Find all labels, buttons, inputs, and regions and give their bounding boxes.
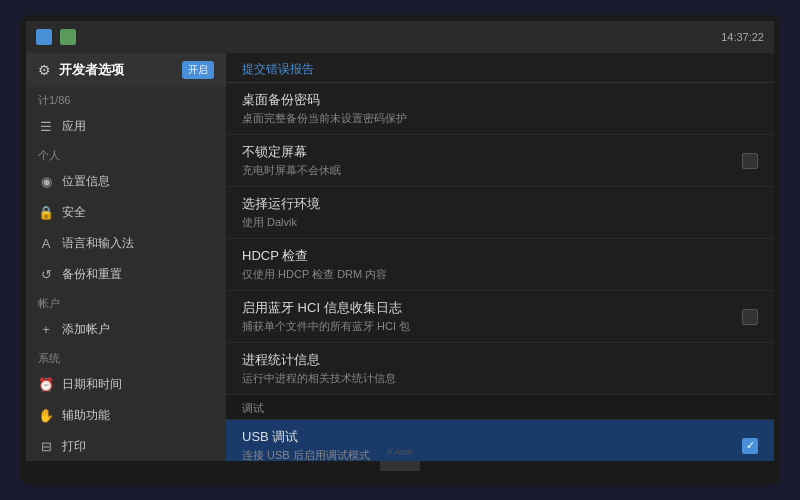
- language-icon: A: [38, 236, 54, 251]
- sidebar-item-accessibility-label: 辅助功能: [62, 407, 110, 424]
- backup-icon: ↺: [38, 267, 54, 282]
- sidebar-header: ⚙ 开发者选项 开启: [26, 53, 226, 87]
- lock-icon: 🔒: [38, 205, 54, 220]
- monitor-stand: [26, 461, 774, 481]
- debug-section-header: 调试: [226, 395, 774, 420]
- settings-item-bluetooth-log[interactable]: 启用蓝牙 HCI 信息收集日志 捕获单个文件中的所有蓝牙 HCI 包: [226, 291, 774, 343]
- apps-icon: ☰: [38, 119, 54, 134]
- usb-debug-subtitle: 连接 USB 后启用调试模式: [242, 448, 734, 461]
- developer-badge: 开启: [182, 61, 214, 79]
- sidebar-item-apps-label: 应用: [62, 118, 86, 135]
- bluetooth-log-subtitle: 捕获单个文件中的所有蓝牙 HCI 包: [242, 319, 734, 334]
- sidebar-item-print-label: 打印: [62, 438, 86, 455]
- sidebar-item-datetime-label: 日期和时间: [62, 376, 122, 393]
- gear-icon: ⚙: [38, 62, 51, 78]
- sidebar-item-datetime[interactable]: ⏰ 日期和时间: [26, 369, 226, 400]
- print-icon: ⊟: [38, 439, 54, 454]
- sidebar-item-location[interactable]: ◉ 位置信息: [26, 166, 226, 197]
- location-icon: ◉: [38, 174, 54, 189]
- sidebar-item-backup-label: 备份和重置: [62, 266, 122, 283]
- stand-neck: [380, 461, 420, 471]
- process-stats-title: 进程统计信息: [242, 351, 758, 369]
- sidebar-item-language-label: 语言和输入法: [62, 235, 134, 252]
- settings-item-usb-debug[interactable]: USB 调试 连接 USB 后启用调试模式 ✓: [226, 420, 774, 461]
- accessibility-icon: ✋: [38, 408, 54, 423]
- sidebar-item-add-account[interactable]: + 添加帐户: [26, 314, 226, 345]
- no-lock-checkbox[interactable]: [742, 153, 758, 169]
- backup-password-title: 桌面备份密码: [242, 91, 758, 109]
- section-header-account: 帐户: [26, 290, 226, 314]
- process-stats-subtitle: 运行中进程的相关技术统计信息: [242, 371, 758, 386]
- section-header-system: 系统: [26, 345, 226, 369]
- sidebar-item-accessibility[interactable]: ✋ 辅助功能: [26, 400, 226, 431]
- sidebar-item-language[interactable]: A 语言和输入法: [26, 228, 226, 259]
- settings-item-process-stats[interactable]: 进程统计信息 运行中进程的相关技术统计信息: [226, 343, 774, 395]
- sidebar-item-print[interactable]: ⊟ 打印: [26, 431, 226, 461]
- sidebar: ⚙ 开发者选项 开启 计1/86 ☰ 应用 个人 ◉ 位置信息: [26, 53, 226, 461]
- brand-text: // Acer: [387, 447, 413, 457]
- section-header-counter: 计1/86: [26, 87, 226, 111]
- hdcp-title: HDCP 检查: [242, 247, 758, 265]
- icon2: [60, 29, 76, 45]
- settings-item-hdcp[interactable]: HDCP 检查 仅使用 HDCP 检查 DRM 内容: [226, 239, 774, 291]
- sidebar-item-location-label: 位置信息: [62, 173, 110, 190]
- sidebar-item-apps[interactable]: ☰ 应用: [26, 111, 226, 142]
- sidebar-item-backup[interactable]: ↺ 备份和重置: [26, 259, 226, 290]
- top-bar: 14:37:22: [26, 21, 774, 53]
- usb-debug-title: USB 调试: [242, 428, 734, 446]
- section-error-report-header: 提交错误报告: [226, 53, 774, 83]
- sidebar-item-security-label: 安全: [62, 204, 86, 221]
- section-header-personal: 个人: [26, 142, 226, 166]
- settings-item-no-lock[interactable]: 不锁定屏幕 充电时屏幕不会休眠: [226, 135, 774, 187]
- sidebar-item-security[interactable]: 🔒 安全: [26, 197, 226, 228]
- sidebar-item-add-account-label: 添加帐户: [62, 321, 110, 338]
- add-icon: +: [38, 322, 54, 337]
- clock-icon: ⏰: [38, 377, 54, 392]
- screen: 14:37:22 ⚙ 开发者选项 开启 计1/86 ☰ 应用 个人: [26, 21, 774, 461]
- content-area: ⚙ 开发者选项 开启 计1/86 ☰ 应用 个人 ◉ 位置信息: [26, 53, 774, 461]
- main-content: 提交错误报告 桌面备份密码 桌面完整备份当前未设置密码保护 不锁定屏幕 充电时屏…: [226, 53, 774, 461]
- no-lock-title: 不锁定屏幕: [242, 143, 734, 161]
- no-lock-subtitle: 充电时屏幕不会休眠: [242, 163, 734, 178]
- usb-debug-checkbox[interactable]: ✓: [742, 438, 758, 454]
- runtime-title: 选择运行环境: [242, 195, 758, 213]
- sidebar-title: 开发者选项: [59, 61, 124, 79]
- backup-password-subtitle: 桌面完整备份当前未设置密码保护: [242, 111, 758, 126]
- bluetooth-log-checkbox[interactable]: [742, 309, 758, 325]
- monitor: 14:37:22 ⚙ 开发者选项 开启 计1/86 ☰ 应用 个人: [20, 15, 780, 485]
- top-bar-time: 14:37:22: [721, 31, 764, 43]
- bluetooth-log-title: 启用蓝牙 HCI 信息收集日志: [242, 299, 734, 317]
- hdcp-subtitle: 仅使用 HDCP 检查 DRM 内容: [242, 267, 758, 282]
- icon1: [36, 29, 52, 45]
- settings-item-backup-password[interactable]: 桌面备份密码 桌面完整备份当前未设置密码保护: [226, 83, 774, 135]
- settings-item-runtime[interactable]: 选择运行环境 使用 Dalvik: [226, 187, 774, 239]
- runtime-subtitle: 使用 Dalvik: [242, 215, 758, 230]
